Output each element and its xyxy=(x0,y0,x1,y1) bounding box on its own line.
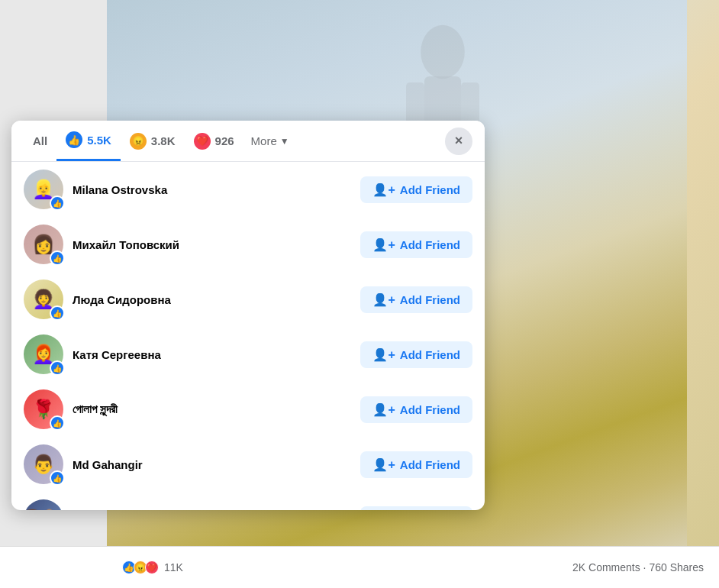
more-label: More xyxy=(251,134,277,147)
reactions-tab-bar: All 👍 5.5K 😠 3.8K ❤️ 926 More ▼ × xyxy=(11,121,485,162)
add-friend-button[interactable]: 👤+ Add Friend xyxy=(360,396,472,423)
person-name: গোলাপ সুন্দরী xyxy=(73,402,351,416)
reaction-icons: 👍 😠 ❤️ xyxy=(122,561,156,574)
heart-icon: ❤️ xyxy=(194,133,211,150)
add-friend-label: Add Friend xyxy=(400,403,460,416)
add-friend-icon: 👤+ xyxy=(372,457,395,472)
heart-count: 926 xyxy=(215,134,234,147)
tab-heart[interactable]: ❤️ 926 xyxy=(185,122,243,160)
add-friend-label: Add Friend xyxy=(400,458,460,471)
avatar: 👩‍🦫 xyxy=(24,499,63,510)
angry-count: 3.8K xyxy=(151,134,176,147)
reaction-badge: 👍 xyxy=(50,415,65,431)
avatar-wrapper: 👱‍♀️ 👍 xyxy=(24,170,63,209)
close-icon: × xyxy=(455,133,463,149)
person-name: Milana Ostrovska xyxy=(73,183,351,196)
add-friend-label: Add Friend xyxy=(400,293,460,306)
tab-all[interactable]: All xyxy=(24,124,56,158)
avatar-wrapper: 👩‍🦱 👍 xyxy=(24,279,63,319)
avatar-wrapper: 👨 👍 xyxy=(24,444,63,484)
list-item: 👩‍🦫 👍 Oniya Aktar Orpa 👤+ Add Friend xyxy=(11,492,485,510)
list-item: 👨 👍 Md Gahangir 👤+ Add Friend xyxy=(11,437,485,492)
post-stats-bar: 👍 😠 ❤️ 11K 2K Comments · 760 Shares xyxy=(0,546,719,588)
person-name: Люда Сидоровна xyxy=(73,293,351,306)
person-name: Md Gahangir xyxy=(73,458,351,471)
comments-shares: 2K Comments · 760 Shares xyxy=(572,561,704,573)
svg-point-0 xyxy=(421,25,465,79)
reactions-modal: All 👍 5.5K 😠 3.8K ❤️ 926 More ▼ × 👱‍♀️ 👍 xyxy=(11,121,485,510)
like-icon: 👍 xyxy=(66,131,82,148)
list-item: 👱‍♀️ 👍 Milana Ostrovska 👤+ Add Friend xyxy=(11,162,485,217)
reaction-badge: 👍 xyxy=(50,250,65,266)
reaction-badge: 👍 xyxy=(50,305,65,321)
list-item: 👩 👍 Михайл Топовский 👤+ Add Friend xyxy=(11,217,485,272)
add-friend-icon: 👤+ xyxy=(372,237,395,252)
add-friend-button[interactable]: 👤+ Add Friend xyxy=(360,176,472,203)
add-friend-icon: 👤+ xyxy=(372,347,395,362)
comments-count: 2K Comments xyxy=(572,561,640,573)
tab-angry[interactable]: 😠 3.8K xyxy=(121,122,185,160)
avatar-wrapper: 👩 👍 xyxy=(24,225,63,264)
add-friend-button[interactable]: 👤+ Add Friend xyxy=(360,451,472,478)
add-friend-button[interactable]: 👤+ Add Friend xyxy=(360,341,472,368)
reaction-summary: 👍 😠 ❤️ 11K xyxy=(122,561,183,574)
reaction-badge: 👍 xyxy=(50,470,65,486)
add-friend-label: Add Friend xyxy=(400,238,460,251)
avatar-wrapper: 🌹 👍 xyxy=(24,389,63,429)
total-reaction-count: 11K xyxy=(164,561,183,573)
person-name: Катя Сергеевна xyxy=(73,348,351,361)
reaction-badge: 👍 xyxy=(50,195,65,211)
tab-more[interactable]: More ▼ xyxy=(243,124,297,158)
avatar-wrapper: 👩‍🦰 👍 xyxy=(24,334,63,374)
list-item: 👩‍🦱 👍 Люда Сидоровна 👤+ Add Friend xyxy=(11,272,485,327)
add-friend-icon: 👤+ xyxy=(372,183,395,197)
list-item: 🌹 👍 গোলাপ সুন্দরী 👤+ Add Friend xyxy=(11,382,485,437)
add-friend-label: Add Friend xyxy=(400,348,460,361)
add-friend-button[interactable]: 👤+ Add Friend xyxy=(360,506,472,511)
shares-count: 760 Shares xyxy=(649,561,704,573)
reaction-badge: 👍 xyxy=(50,360,65,376)
people-list: 👱‍♀️ 👍 Milana Ostrovska 👤+ Add Friend 👩 … xyxy=(11,162,485,510)
add-friend-icon: 👤+ xyxy=(372,402,395,417)
avatar-wrapper: 👩‍🦫 👍 xyxy=(24,499,63,510)
heart-icon-small: ❤️ xyxy=(145,561,159,574)
list-item: 👩‍🦰 👍 Катя Сергеевна 👤+ Add Friend xyxy=(11,327,485,382)
like-count: 5.5K xyxy=(87,134,111,147)
add-friend-label: Add Friend xyxy=(400,183,460,196)
angry-icon: 😠 xyxy=(130,133,147,150)
add-friend-icon: 👤+ xyxy=(372,292,395,307)
tab-like[interactable]: 👍 5.5K xyxy=(56,121,121,161)
add-friend-button[interactable]: 👤+ Add Friend xyxy=(360,286,472,313)
add-friend-button[interactable]: 👤+ Add Friend xyxy=(360,231,472,258)
tab-all-label: All xyxy=(33,134,47,147)
chevron-down-icon: ▼ xyxy=(280,136,289,147)
person-name: Михайл Топовский xyxy=(73,238,351,251)
close-button[interactable]: × xyxy=(445,128,472,155)
